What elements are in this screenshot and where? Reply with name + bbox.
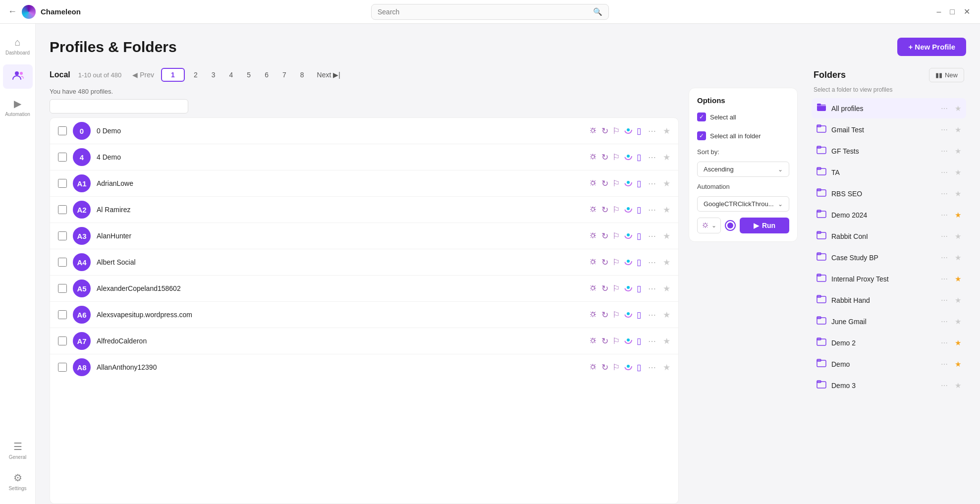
radio-button[interactable]: [725, 220, 736, 231]
page-7[interactable]: 7: [277, 69, 291, 81]
profile-checkbox-4[interactable]: [58, 231, 67, 240]
copy-icon-8[interactable]: ▯: [637, 336, 641, 346]
run-button[interactable]: ▶ Run: [740, 218, 789, 233]
more-button-6[interactable]: ⋯: [645, 283, 659, 294]
globe-icon-7[interactable]: ⛭: [589, 310, 598, 320]
folder-star-5[interactable]: ★: [955, 211, 961, 220]
sidebar-item-general[interactable]: ☰ General: [3, 436, 33, 465]
folder-item-10[interactable]: June Gmail ⋯ ★: [812, 311, 966, 332]
folder-star-7[interactable]: ★: [955, 253, 961, 262]
prev-button[interactable]: ◀ Prev: [129, 69, 157, 81]
profile-checkbox-6[interactable]: [58, 284, 67, 293]
folder-star-6[interactable]: ★: [955, 232, 961, 241]
spin-icon-5[interactable]: [624, 257, 633, 268]
shield-icon-4[interactable]: ⚐: [612, 231, 620, 241]
sidebar-item-settings[interactable]: ⚙ Settings: [3, 467, 33, 496]
star-button-4[interactable]: ★: [663, 231, 670, 241]
back-button[interactable]: ←: [8, 6, 17, 17]
automation-select[interactable]: GoogleCTRClickThrou... ⌄: [697, 196, 789, 212]
sidebar-item-dashboard[interactable]: ⌂ Dashboard: [3, 32, 33, 60]
shield-icon-9[interactable]: ⚐: [612, 362, 620, 373]
globe-icon-2[interactable]: ⛭: [589, 178, 598, 188]
more-button-4[interactable]: ⋯: [645, 230, 659, 242]
folder-star-9[interactable]: ★: [955, 296, 961, 305]
spin-icon-7[interactable]: [624, 309, 633, 321]
folder-item-11[interactable]: Demo 2 ⋯ ★: [812, 333, 966, 353]
folder-star-0[interactable]: ★: [955, 104, 961, 113]
refresh-icon-8[interactable]: ↻: [601, 336, 608, 346]
shield-icon-6[interactable]: ⚐: [612, 283, 620, 294]
page-8[interactable]: 8: [295, 69, 309, 81]
spin-icon-2[interactable]: [624, 178, 633, 189]
maximize-button[interactable]: □: [948, 5, 957, 18]
folder-star-1[interactable]: ★: [955, 125, 961, 134]
folder-star-4[interactable]: ★: [955, 189, 961, 198]
folder-item-2[interactable]: GF Tests ⋯ ★: [812, 141, 966, 161]
refresh-icon-4[interactable]: ↻: [601, 231, 608, 241]
folder-more-button-12[interactable]: ⋯: [939, 359, 950, 369]
profile-checkbox-7[interactable]: [58, 310, 67, 319]
folder-more-button-8[interactable]: ⋯: [939, 274, 950, 284]
spin-icon-8[interactable]: [624, 336, 633, 347]
close-button[interactable]: ✕: [962, 5, 972, 18]
shield-icon-3[interactable]: ⚐: [612, 205, 620, 215]
profile-checkbox-9[interactable]: [58, 363, 67, 372]
copy-icon-9[interactable]: ▯: [637, 362, 641, 373]
minimize-button[interactable]: –: [934, 5, 943, 18]
folder-star-12[interactable]: ★: [955, 360, 961, 369]
star-button-5[interactable]: ★: [663, 257, 670, 268]
refresh-icon-2[interactable]: ↻: [601, 178, 608, 189]
spin-icon-9[interactable]: [624, 362, 633, 373]
star-button-0[interactable]: ★: [663, 126, 670, 136]
shield-icon-7[interactable]: ⚐: [612, 310, 620, 320]
refresh-icon-5[interactable]: ↻: [601, 257, 608, 268]
star-button-3[interactable]: ★: [663, 205, 670, 215]
star-button-1[interactable]: ★: [663, 152, 670, 163]
spin-icon-4[interactable]: [624, 230, 633, 242]
folder-more-button-2[interactable]: ⋯: [939, 146, 950, 156]
folder-item-5[interactable]: Demo 2024 ⋯ ★: [812, 205, 966, 225]
folder-item-8[interactable]: Internal Proxy Test ⋯ ★: [812, 269, 966, 289]
profile-checkbox-8[interactable]: [58, 336, 67, 345]
folder-more-button-7[interactable]: ⋯: [939, 253, 950, 263]
more-button-1[interactable]: ⋯: [645, 152, 659, 163]
folder-item-0[interactable]: All profiles ⋯ ★: [812, 98, 966, 118]
next-button[interactable]: Next ▶|: [313, 69, 344, 81]
copy-icon-6[interactable]: ▯: [637, 283, 641, 294]
spin-icon-0[interactable]: [624, 125, 633, 137]
folder-more-button-1[interactable]: ⋯: [939, 125, 950, 135]
spin-icon-6[interactable]: [624, 283, 633, 294]
more-button-0[interactable]: ⋯: [645, 125, 659, 137]
profile-checkbox-3[interactable]: [58, 205, 67, 214]
page-6[interactable]: 6: [260, 69, 273, 81]
profile-checkbox-2[interactable]: [58, 179, 67, 188]
select-all-option[interactable]: ✓ Select all: [697, 111, 789, 123]
select-all-folder-checkbox[interactable]: ✓: [697, 131, 706, 140]
copy-icon-3[interactable]: ▯: [637, 205, 641, 215]
refresh-icon-3[interactable]: ↻: [601, 205, 608, 215]
select-all-folder-option[interactable]: ✓ Select all in folder: [697, 129, 789, 142]
globe-icon-1[interactable]: ⛭: [589, 152, 598, 162]
shield-icon-0[interactable]: ⚐: [612, 126, 620, 136]
spin-icon-3[interactable]: [624, 204, 633, 216]
more-button-5[interactable]: ⋯: [645, 257, 659, 268]
page-3[interactable]: 3: [207, 69, 220, 81]
folder-more-button-6[interactable]: ⋯: [939, 231, 950, 241]
profile-checkbox-0[interactable]: [58, 126, 67, 135]
copy-icon-2[interactable]: ▯: [637, 178, 641, 189]
globe-icon-5[interactable]: ⛭: [589, 257, 598, 267]
page-2[interactable]: 2: [189, 69, 203, 81]
folder-star-13[interactable]: ★: [955, 381, 961, 390]
globe-icon-0[interactable]: ⛭: [589, 126, 598, 136]
folder-more-button-3[interactable]: ⋯: [939, 168, 950, 177]
refresh-icon-0[interactable]: ↻: [601, 126, 608, 136]
star-button-2[interactable]: ★: [663, 178, 670, 189]
folder-more-button-11[interactable]: ⋯: [939, 338, 950, 348]
profile-checkbox-1[interactable]: [58, 153, 67, 162]
more-button-3[interactable]: ⋯: [645, 204, 659, 216]
globe-icon-6[interactable]: ⛭: [589, 283, 598, 293]
folder-more-button-9[interactable]: ⋯: [939, 295, 950, 305]
profile-checkbox-5[interactable]: [58, 258, 67, 267]
copy-icon-5[interactable]: ▯: [637, 257, 641, 268]
folder-more-button-5[interactable]: ⋯: [939, 210, 950, 220]
